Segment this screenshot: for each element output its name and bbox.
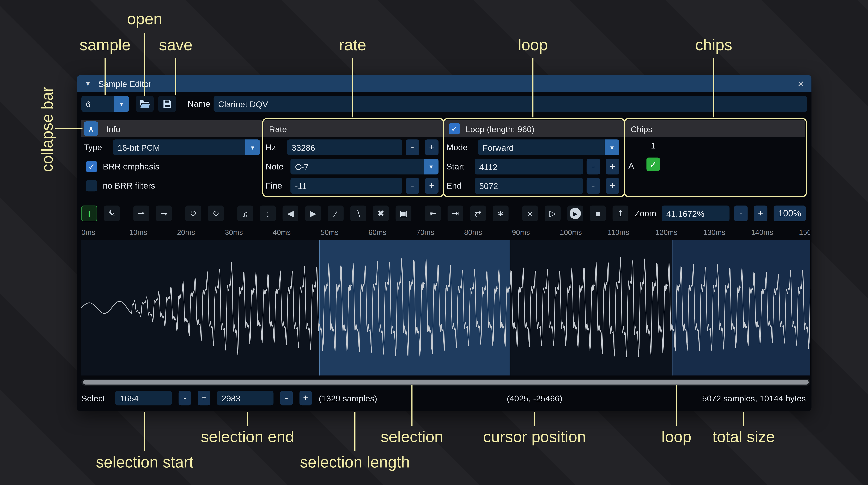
close-icon[interactable]: × <box>798 78 804 89</box>
fine-input[interactable]: -11 <box>290 178 402 194</box>
chip-enable-checkbox[interactable]: ✓ <box>647 158 660 171</box>
selection-start-input[interactable]: 1654 <box>115 391 172 406</box>
timeline-tick: 140ms <box>751 228 773 236</box>
selection-end-input[interactable]: 2983 <box>217 391 274 406</box>
zoom-in-button[interactable]: + <box>754 205 767 221</box>
loop-mode-dropdown[interactable]: Forward ▼ <box>478 139 619 155</box>
timeline-ruler[interactable]: 0ms10ms20ms30ms40ms50ms60ms70ms80ms90ms1… <box>82 225 810 239</box>
annotation-line-selection-end <box>247 412 248 426</box>
selection-end-decrease-button[interactable]: - <box>280 391 293 406</box>
fine-decrease-button[interactable]: - <box>406 178 419 194</box>
selection-length-text: (1329 samples) <box>319 389 377 407</box>
dropdown-arrow-icon[interactable]: ▼ <box>245 139 260 155</box>
fade-out-button[interactable]: ∖ <box>350 205 366 221</box>
hz-decrease-button[interactable]: - <box>406 139 419 155</box>
filter-button[interactable]: ∗ <box>493 205 508 221</box>
timeline-tick: 0ms <box>82 228 95 236</box>
cut-silence-button[interactable]: × <box>522 205 538 221</box>
annotation-rate: rate <box>339 36 366 54</box>
zoom-input[interactable]: 41.1672% <box>662 205 730 221</box>
annotation-line-selection <box>411 385 413 426</box>
insert-left-button[interactable]: ⇤ <box>425 205 441 221</box>
reverse-button[interactable]: ◀ <box>283 205 299 221</box>
open-sample-button[interactable] <box>135 96 154 112</box>
insert-right-button[interactable]: ⇥ <box>447 205 463 221</box>
note-dropdown[interactable]: C-7 ▼ <box>290 159 438 174</box>
loop-start-label: Start <box>446 159 464 174</box>
selection-start-decrease-button[interactable]: - <box>179 391 191 406</box>
brr-emphasis-checkbox[interactable]: ✓ <box>86 161 97 172</box>
dropdown-arrow-icon[interactable]: ▼ <box>424 159 438 174</box>
waveform-scrollbar[interactable] <box>82 379 810 386</box>
preview-volume-button[interactable]: ♫ <box>237 205 253 221</box>
fade-in-icon: ∕ <box>335 209 336 218</box>
save-floppy-icon <box>162 99 173 109</box>
loop-start-decrease-button[interactable]: - <box>587 159 600 174</box>
timeline-tick: 120ms <box>655 228 678 236</box>
hz-increase-button[interactable]: + <box>425 139 438 155</box>
timeline-tick: 20ms <box>177 228 195 236</box>
save-sample-button[interactable] <box>158 96 176 112</box>
redo-button[interactable]: ↻ <box>208 205 224 221</box>
play-marker-button[interactable]: ⇀ <box>133 205 149 221</box>
dropdown-arrow-icon[interactable]: ▼ <box>604 139 619 155</box>
undo-button[interactable]: ↺ <box>185 205 201 221</box>
annotation-open: open <box>127 10 162 28</box>
loop-end-input[interactable]: 5072 <box>475 178 583 194</box>
amplify-button[interactable]: ↕ <box>260 205 276 221</box>
hz-input[interactable]: 33286 <box>287 139 402 155</box>
delete-button[interactable]: ✖ <box>373 205 389 221</box>
play-preview-button[interactable]: ▷ <box>545 205 561 221</box>
no-brr-filters-checkbox[interactable] <box>86 180 97 191</box>
loop-mode-row: Mode Forward ▼ <box>446 139 619 155</box>
timeline-tick: 80ms <box>464 228 482 236</box>
scrollbar-thumb[interactable] <box>83 380 809 385</box>
check-icon: ✓ <box>451 124 458 133</box>
fine-label: Fine <box>266 178 282 194</box>
import-button[interactable]: ↥ <box>613 205 628 221</box>
zoom-reset-button[interactable]: 100% <box>774 205 806 221</box>
trim-button[interactable]: ▣ <box>396 205 411 221</box>
timeline-tick: 70ms <box>416 228 434 236</box>
loop-end-decrease-button[interactable]: - <box>587 178 600 194</box>
stop-preview-button[interactable]: ■ <box>590 205 606 221</box>
redo-icon: ↻ <box>212 208 219 219</box>
fine-increase-button[interactable]: + <box>425 178 438 194</box>
loop-enable-checkbox[interactable]: ✓ <box>449 123 460 134</box>
loop-start-input[interactable]: 4112 <box>475 159 583 174</box>
chips-panel: Chips 1 A ✓ <box>625 119 805 196</box>
collapse-bar-button[interactable]: ∧ <box>84 122 98 136</box>
play-loop-preview-icon: ▶ <box>569 208 581 219</box>
draw-pencil-button[interactable]: ✎ <box>104 205 120 221</box>
brr-emphasis-label: BRR emphasis <box>103 159 159 174</box>
selection-end-increase-button[interactable]: + <box>300 391 312 406</box>
timeline-tick: 100ms <box>560 228 582 236</box>
dropdown-arrow-icon[interactable]: ▼ <box>114 96 129 112</box>
titlebar[interactable]: ▼ Sample Editor × <box>77 75 812 92</box>
zoom-out-button[interactable]: - <box>734 205 747 221</box>
sample-name-input[interactable]: Clarinet DQV <box>214 96 807 112</box>
loop-marker-icon: ⇁ <box>160 208 167 219</box>
edit-cursor-button[interactable]: I <box>82 205 97 221</box>
waveform-view[interactable] <box>82 240 810 376</box>
select-label: Select <box>82 389 105 407</box>
annotation-loop-top: loop <box>518 36 548 54</box>
type-dropdown[interactable]: 16-bit PCM ▼ <box>113 139 260 155</box>
window-collapse-icon[interactable]: ▼ <box>85 80 91 87</box>
sample-index-dropdown[interactable]: 6 ▼ <box>82 96 129 112</box>
timeline-tick: 60ms <box>368 228 386 236</box>
swap-button[interactable]: ⇄ <box>470 205 486 221</box>
insert-left-icon: ⇤ <box>429 208 436 219</box>
fade-in-button[interactable]: ∕ <box>328 205 344 221</box>
waveform <box>82 240 810 376</box>
total-size-text: 5072 samples, 10144 bytes <box>702 389 806 407</box>
sample-header-row: 6 ▼ Name Clarinet DQV <box>82 96 807 112</box>
loop-end-increase-button[interactable]: + <box>606 178 619 194</box>
annotation-line-loop-bottom <box>676 385 677 426</box>
selection-start-increase-button[interactable]: + <box>198 391 210 406</box>
invert-button[interactable]: ▶ <box>305 205 321 221</box>
loop-marker-button[interactable]: ⇁ <box>156 205 172 221</box>
loop-start-increase-button[interactable]: + <box>606 159 619 174</box>
play-loop-preview-button[interactable]: ▶ <box>567 205 583 221</box>
loop-end-row: End 5072 - + <box>446 178 619 194</box>
